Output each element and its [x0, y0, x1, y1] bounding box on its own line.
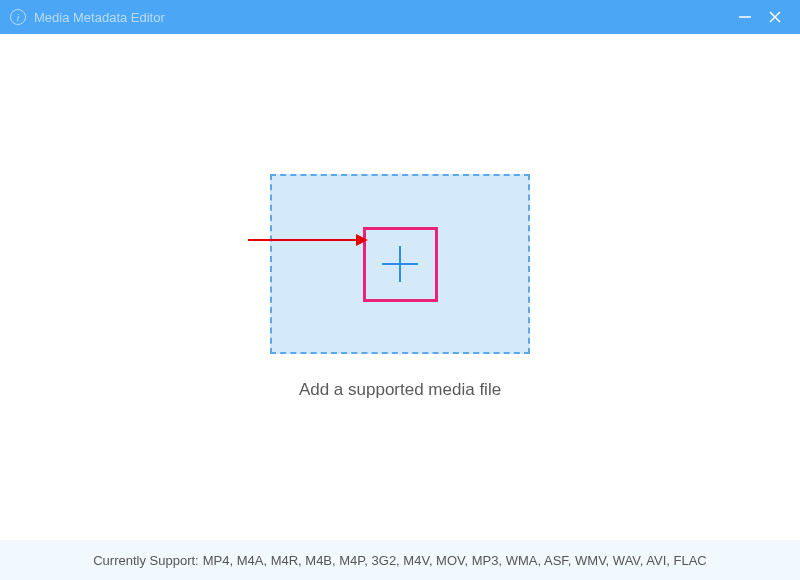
info-icon: i: [10, 9, 26, 25]
footer: Currently Support: MP4, M4A, M4R, M4B, M…: [0, 540, 800, 580]
plus-icon: [376, 240, 424, 288]
titlebar: i Media Metadata Editor: [0, 0, 800, 34]
dropzone[interactable]: [270, 174, 530, 354]
main-content: Add a supported media file: [0, 34, 800, 540]
close-button[interactable]: [760, 2, 790, 32]
window-title: Media Metadata Editor: [34, 10, 730, 25]
minimize-button[interactable]: [730, 2, 760, 32]
instruction-text: Add a supported media file: [299, 380, 501, 400]
footer-label: Currently Support:: [93, 553, 199, 568]
add-button[interactable]: [363, 227, 438, 302]
supported-formats: MP4, M4A, M4R, M4B, M4P, 3G2, M4V, MOV, …: [203, 553, 707, 568]
